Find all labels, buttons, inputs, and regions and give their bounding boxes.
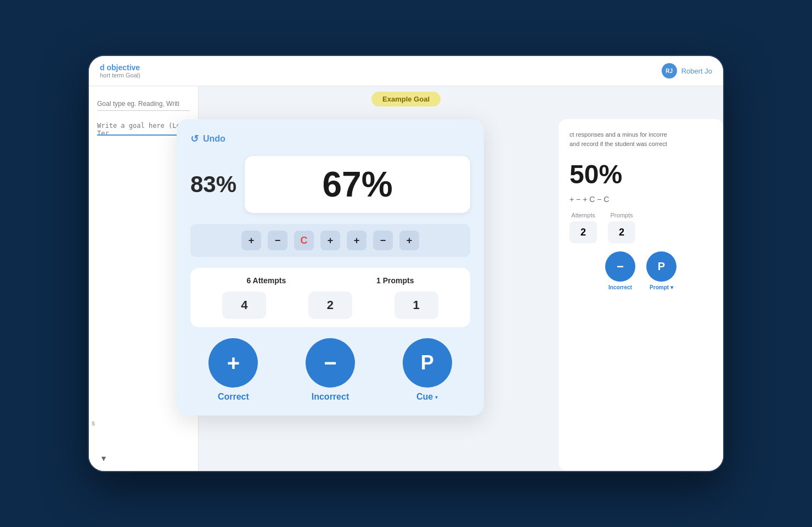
calc-plus-1[interactable]: + [241,231,261,250]
right-prompts-count: 2 [608,221,635,243]
undo-label: Undo [203,134,225,144]
calc-plus-3[interactable]: + [347,231,366,250]
large-percentage: 67% [258,167,456,202]
header-title: d objective [100,63,140,72]
goal-textarea[interactable] [97,119,190,136]
cue-label: Cue [416,392,433,402]
right-incorrect-col: − Incorrect [605,251,635,290]
incorrect-count: 2 [308,291,352,319]
stats-row: 83% 67% [190,156,470,213]
right-info-row: Attempts 2 Prompts 2 [569,212,712,243]
side-label: s [92,419,95,427]
user-name: Robert Jo [681,67,712,75]
right-attempts-label: Attempts [571,212,595,218]
chevron-down-icon[interactable]: ▼ [100,454,108,463]
right-incorrect-label: Incorrect [608,284,632,290]
prompts-label: 1 Prompts [376,276,414,285]
cue-chevron-icon: ▾ [435,394,438,400]
right-panel-description: ct responses and a minus for incorre and… [569,130,712,148]
info-row: 6 Attempts 1 Prompts 4 2 1 [190,268,470,327]
right-p-icon: P [658,260,665,273]
main-content: s ▼ Example Goal ↺ Undo 83% 67% + − [89,86,723,471]
plus-icon: + [227,351,240,375]
right-attempts-count: 2 [569,221,597,243]
info-headers: 6 Attempts 1 Prompts [201,276,459,285]
small-percentage: 83% [190,171,236,198]
goal-type-input[interactable] [97,97,190,111]
header-left: d objective hort term Goal) [100,63,140,79]
header-bar: d objective hort term Goal) RJ Robert Jo [89,56,723,86]
left-panel-content [97,97,190,136]
right-attempts-col: Attempts 2 [569,212,597,243]
cue-label-row: Cue ▾ [416,392,438,402]
right-percentage: 50% [569,159,712,189]
action-buttons-row: + Correct − Incorrect P Cue [190,338,470,402]
right-prompt-label: Prompt ▾ [650,284,673,290]
prompts-count: 1 [394,291,438,319]
minus-icon: − [324,351,336,375]
header-subtitle: hort term Goal) [100,72,140,79]
right-action-row: − Incorrect P Prompt ▾ [569,251,712,290]
right-prompts-col: Prompts 2 [608,212,635,243]
calc-clear[interactable]: C [294,231,314,250]
right-calc-symbols: + − + C − C [569,195,609,204]
calc-minus-2[interactable]: − [373,231,393,250]
right-incorrect-button[interactable]: − [605,251,635,282]
undo-button[interactable]: ↺ Undo [190,133,225,145]
info-values: 4 2 1 [201,291,459,319]
calc-minus-1[interactable]: − [268,231,287,250]
correct-count: 4 [222,291,266,319]
cue-button-container: P Cue ▾ [403,338,452,402]
center-modal: ↺ Undo 83% 67% + − C + + − + [177,119,484,416]
right-panel: ct responses and a minus for incorre and… [559,119,723,470]
right-prompts-label: Prompts [611,212,633,218]
right-calc-row: + − + C − C [569,195,712,204]
cue-button[interactable]: P [403,338,452,388]
calc-row: + − C + + − + [190,224,470,257]
example-goal-badge: Example Goal [371,92,441,106]
incorrect-button-container: − Incorrect [306,338,355,402]
calc-plus-4[interactable]: + [399,231,419,250]
correct-label: Correct [218,392,249,402]
right-prompt-button[interactable]: P [646,251,676,282]
p-icon: P [421,351,434,374]
header-right: RJ Robert Jo [662,63,712,79]
large-percentage-box: 67% [245,156,470,213]
undo-icon: ↺ [190,133,199,145]
calc-plus-2[interactable]: + [320,231,340,250]
incorrect-label: Incorrect [312,392,349,402]
incorrect-button[interactable]: − [306,338,355,388]
avatar: RJ [662,63,677,79]
right-minus-icon: − [617,260,624,274]
correct-button-container: + Correct [208,338,258,402]
attempts-label: 6 Attempts [246,276,286,285]
right-prompt-col: P Prompt ▾ [646,251,676,290]
correct-button[interactable]: + [208,338,258,388]
